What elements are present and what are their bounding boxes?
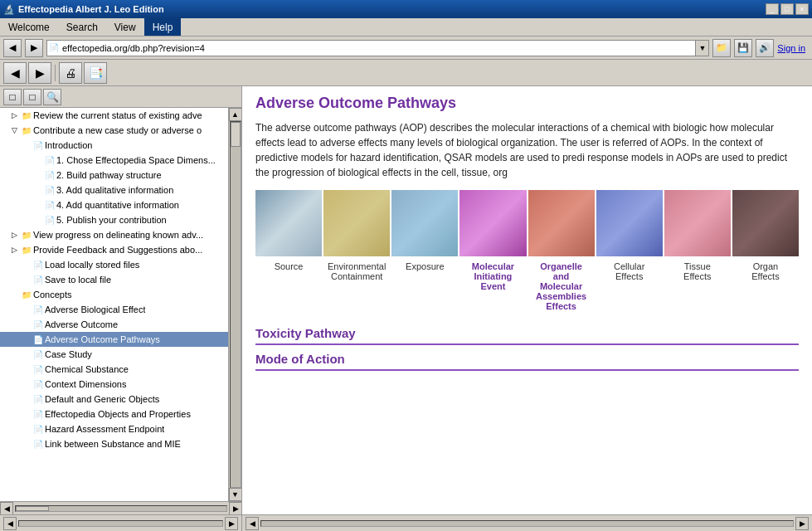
nav-forward-button[interactable]: ▶ xyxy=(28,62,51,84)
menu-view[interactable]: View xyxy=(106,18,144,36)
bottom-left-track[interactable] xyxy=(18,520,223,527)
tree-vscrollbar[interactable]: ▲ ▼ xyxy=(228,108,241,501)
tree-item-t7[interactable]: 📄4. Add quantitative information xyxy=(0,197,228,212)
left-hscrollbar[interactable]: ◀ ▶ xyxy=(0,501,242,514)
tree-label-t20: Default and Generic Objects xyxy=(45,394,159,404)
vscroll-thumb[interactable] xyxy=(231,122,241,147)
tree-item-t5[interactable]: 📄2. Build pathway structure xyxy=(0,168,228,183)
left-hscroll-track[interactable] xyxy=(15,505,227,512)
tree-label-t11: Load locally stored files xyxy=(45,260,139,270)
page-icon: 📄 xyxy=(47,43,61,52)
tree-icon-t2: 📁 xyxy=(20,124,33,137)
tree-item-t9[interactable]: ▷📁View progress on delineating known adv… xyxy=(0,227,228,242)
tree-icon-t21: 📄 xyxy=(32,407,45,421)
tree-item-t17[interactable]: 📄Case Study xyxy=(0,347,228,362)
left-toolbar: □ □ 🔍 xyxy=(0,86,241,108)
tree-label-t22: Hazard Assessment Endpoint xyxy=(45,424,164,434)
tree-icon-t18: 📄 xyxy=(32,363,45,376)
left-hscroll-left[interactable]: ◀ xyxy=(0,502,13,515)
label-organelle: OrganelleandMolecularAssembliesEffects xyxy=(528,260,595,313)
minimize-button[interactable]: _ xyxy=(766,3,779,15)
pathway-containment-image xyxy=(323,190,390,256)
tree-label-t8: 5. Publish your contribution xyxy=(56,215,167,225)
tree-icon-t15: 📄 xyxy=(32,318,45,331)
tree-item-t11[interactable]: 📄Load locally stored files xyxy=(0,257,228,272)
bottom-left-left[interactable]: ◀ xyxy=(3,517,17,530)
menu-search[interactable]: Search xyxy=(58,18,106,36)
bottom-left-right[interactable]: ▶ xyxy=(225,517,238,530)
pathway-diagram: Source EnvironmentalContainment Exposure… xyxy=(255,190,799,313)
audio-button[interactable]: 🔊 xyxy=(756,39,774,57)
vscroll-track[interactable] xyxy=(230,121,241,488)
tree-item-t15[interactable]: 📄Adverse Outcome xyxy=(0,317,228,332)
address-dropdown[interactable]: ▼ xyxy=(695,41,708,56)
close-button[interactable]: × xyxy=(795,3,809,15)
tree-item-t16[interactable]: 📄Adverse Outcome Pathways xyxy=(0,332,228,347)
back-button[interactable]: ◀ xyxy=(3,39,22,57)
tree-item-t20[interactable]: 📄Default and Generic Objects xyxy=(0,392,228,407)
tree-label-t10: Provide Feedback and Suggestions abo... xyxy=(33,245,202,255)
pathway-images xyxy=(255,190,799,256)
pathway-cellular-image xyxy=(596,190,663,256)
tree-label-t5: 2. Build pathway structure xyxy=(56,170,162,180)
folder-button[interactable]: 📁 xyxy=(712,39,731,57)
tree-item-t13[interactable]: 📁Concepts xyxy=(0,287,228,302)
menu-bar: Welcome Search View Help xyxy=(0,18,812,37)
address-input[interactable] xyxy=(61,43,695,53)
pathway-organ-image xyxy=(732,190,799,256)
sign-in-link[interactable]: Sign in xyxy=(777,43,809,53)
tree-item-t2[interactable]: ▽📁Contribute a new case study or adverse… xyxy=(0,123,228,138)
tree-label-t6: 3. Add qualitative information xyxy=(56,185,173,195)
tree-icon-t22: 📄 xyxy=(32,422,45,436)
content-body: The adverse outcome pathways (AOP) descr… xyxy=(255,120,799,180)
window-title: Effectopedia Albert J. Leo Edition xyxy=(18,4,164,14)
label-molecule: MolecularInitiatingEvent xyxy=(459,260,526,313)
tree-item-t19[interactable]: 📄Context Dimensions xyxy=(0,377,228,392)
label-containment: EnvironmentalContainment xyxy=(323,260,390,313)
left-hscroll-thumb[interactable] xyxy=(16,506,49,511)
left-tool-2[interactable]: □ xyxy=(23,89,41,105)
tree-item-t10[interactable]: ▷📁Provide Feedback and Suggestions abo..… xyxy=(0,242,228,257)
pathway-source-image xyxy=(255,190,322,256)
tree-label-t17: Case Study xyxy=(45,349,92,359)
tree-item-t23[interactable]: 📄Link between Substance and MIE xyxy=(0,436,228,451)
tree-item-t3[interactable]: 📄Introduction xyxy=(0,138,228,153)
tree-icon-t3: 📄 xyxy=(32,139,45,152)
tree-label-t12: Save to local file xyxy=(45,275,111,285)
vscroll-down[interactable]: ▼ xyxy=(229,488,242,501)
tree-icon-t6: 📄 xyxy=(43,183,56,197)
right-panel: Adverse Outcome Pathways The adverse out… xyxy=(242,86,812,514)
pathway-organelle-image xyxy=(528,190,595,256)
tree-item-t4[interactable]: 📄1. Chose Effectopedia Space Dimens... xyxy=(0,153,228,168)
forward-button[interactable]: ▶ xyxy=(25,39,43,57)
tree-item-t21[interactable]: 📄Effectopedia Objects and Properties xyxy=(0,407,228,421)
bottom-right-track[interactable] xyxy=(260,520,794,527)
bottom-right-right[interactable]: ▶ xyxy=(795,517,809,530)
save-button[interactable]: 💾 xyxy=(734,39,752,57)
nav-back-button[interactable]: ◀ xyxy=(3,62,27,84)
tree-icon-t9: 📁 xyxy=(20,228,33,241)
vscroll-up[interactable]: ▲ xyxy=(229,108,242,121)
menu-help[interactable]: Help xyxy=(144,18,182,36)
print-preview-button[interactable]: 📑 xyxy=(84,62,107,84)
tree-label-t14: Adverse Biological Effect xyxy=(45,304,145,314)
pathway-exposure-image xyxy=(391,190,458,256)
tree-item-t18[interactable]: 📄Chemical Substance xyxy=(0,362,228,377)
maximize-button[interactable]: □ xyxy=(780,3,794,15)
bottom-right-left[interactable]: ◀ xyxy=(246,517,259,530)
left-tool-1[interactable]: □ xyxy=(3,89,22,105)
tree-label-t23: Link between Substance and MIE xyxy=(45,439,181,449)
left-hscroll-right[interactable]: ▶ xyxy=(229,502,242,515)
tree-item-t1[interactable]: ▷📁Review the current status of existing … xyxy=(0,108,228,123)
menu-welcome[interactable]: Welcome xyxy=(0,18,58,36)
tree-icon-t8: 📄 xyxy=(43,213,56,227)
tree-item-t22[interactable]: 📄Hazard Assessment Endpoint xyxy=(0,421,228,436)
tree-icon-t16: 📄 xyxy=(32,333,45,346)
tree-item-t14[interactable]: 📄Adverse Biological Effect xyxy=(0,302,228,317)
tree-item-t6[interactable]: 📄3. Add qualitative information xyxy=(0,183,228,197)
expand-icon-t2: ▽ xyxy=(12,126,20,134)
tree-item-t12[interactable]: 📄Save to local file xyxy=(0,272,228,287)
tree-item-t8[interactable]: 📄5. Publish your contribution xyxy=(0,212,228,227)
search-tool-button[interactable]: 🔍 xyxy=(43,89,61,105)
print-button[interactable]: 🖨 xyxy=(59,62,82,84)
